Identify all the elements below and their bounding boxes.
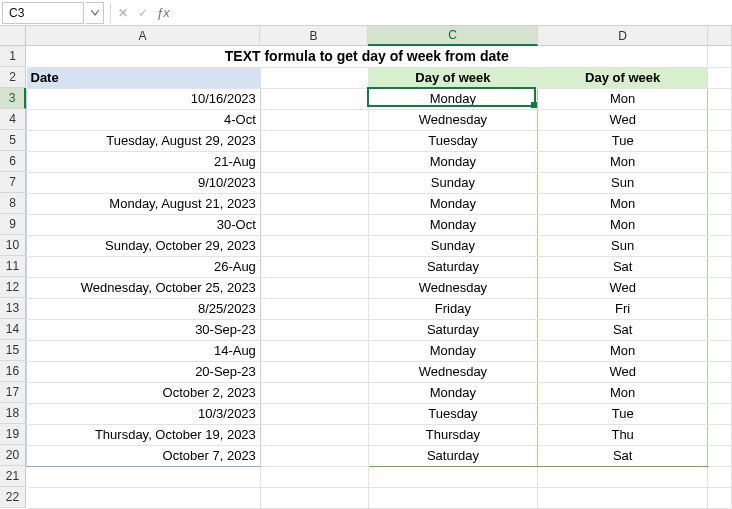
cell-D7[interactable]: Sun [538,172,708,193]
cell-A4[interactable]: 4-Oct [27,109,261,130]
insert-function-button[interactable]: ƒx [153,5,173,20]
cell-C4[interactable]: Wednesday [368,109,538,130]
cell-D13[interactable]: Fri [538,298,708,319]
row-header-20[interactable]: 20 [0,445,26,466]
cell-A16[interactable]: 20-Sep-23 [27,361,261,382]
cell-C3[interactable]: Monday [368,88,538,109]
cell-B3[interactable] [260,88,368,109]
column-header-blank[interactable] [708,26,732,46]
cell-E2[interactable] [708,67,732,88]
column-header-A[interactable]: A [26,26,260,46]
cell-D9[interactable]: Mon [538,214,708,235]
enter-formula-button[interactable]: ✓ [133,6,153,20]
cell-B11[interactable] [260,256,368,277]
cell-E3[interactable] [708,88,732,109]
cell-D5[interactable]: Tue [538,130,708,151]
cell-E11[interactable] [708,256,732,277]
cell-C7[interactable]: Sunday [368,172,538,193]
cell-C12[interactable]: Wednesday [368,277,538,298]
select-all-corner[interactable] [0,26,26,46]
cell-E21[interactable] [708,466,732,487]
cell-A5[interactable]: Tuesday, August 29, 2023 [27,130,261,151]
cell-C16[interactable]: Wednesday [368,361,538,382]
cell-D12[interactable]: Wed [538,277,708,298]
cell-D18[interactable]: Tue [538,403,708,424]
row-header-7[interactable]: 7 [0,172,26,193]
cell-A6[interactable]: 21-Aug [27,151,261,172]
cell-C20[interactable]: Saturday [368,445,538,466]
cell-A18[interactable]: 10/3/2023 [27,403,261,424]
cell-D22[interactable] [538,487,708,508]
cell-E12[interactable] [708,277,732,298]
cell-B2[interactable] [260,67,368,88]
cell-E22[interactable] [708,487,732,508]
cell-A15[interactable]: 14-Aug [27,340,261,361]
row-header-4[interactable]: 4 [0,109,26,130]
row-header-19[interactable]: 19 [0,424,26,445]
cell-D10[interactable]: Sun [538,235,708,256]
cell-A13[interactable]: 8/25/2023 [27,298,261,319]
column-header-D[interactable]: D [538,26,708,46]
formula-input[interactable]: =TEXT(A3, "dddd") =TEXT(A3, "ddd") [173,2,732,24]
row-header-6[interactable]: 6 [0,151,26,172]
cells-area[interactable]: TEXT formula to get day of week from dat… [26,46,732,509]
cell-D17[interactable]: Mon [538,382,708,403]
header-dayofweek-full[interactable]: Day of week [368,67,538,88]
header-dayofweek-abbrev[interactable]: Day of week [538,67,708,88]
column-header-C[interactable]: C [368,26,538,46]
cell-A3[interactable]: 10/16/2023 [27,88,261,109]
cell-A20[interactable]: October 7, 2023 [27,445,261,466]
cell-E6[interactable] [708,151,732,172]
cell-C15[interactable]: Monday [368,340,538,361]
cell-C22[interactable] [368,487,538,508]
cell-E20[interactable] [708,445,732,466]
cell-B19[interactable] [260,424,368,445]
cell-E13[interactable] [708,298,732,319]
cell-E5[interactable] [708,130,732,151]
cell-B12[interactable] [260,277,368,298]
row-header-18[interactable]: 18 [0,403,26,424]
title-cell[interactable]: TEXT formula to get day of week from dat… [27,46,708,67]
row-header-9[interactable]: 9 [0,214,26,235]
row-header-21[interactable]: 21 [0,466,26,487]
cell-C13[interactable]: Friday [368,298,538,319]
cell-C10[interactable]: Sunday [368,235,538,256]
cell-D4[interactable]: Wed [538,109,708,130]
cell-B14[interactable] [260,319,368,340]
cell-B4[interactable] [260,109,368,130]
cell-E9[interactable] [708,214,732,235]
cell-B21[interactable] [260,466,368,487]
cell-D6[interactable]: Mon [538,151,708,172]
cell-C6[interactable]: Monday [368,151,538,172]
row-header-16[interactable]: 16 [0,361,26,382]
cell-E19[interactable] [708,424,732,445]
cell-D19[interactable]: Thu [538,424,708,445]
name-box[interactable]: C3 [2,2,84,24]
cell-D3[interactable]: Mon [538,88,708,109]
cell-D15[interactable]: Mon [538,340,708,361]
row-header-13[interactable]: 13 [0,298,26,319]
cell-B15[interactable] [260,340,368,361]
cell-A9[interactable]: 30-Oct [27,214,261,235]
cell-E8[interactable] [708,193,732,214]
cell-D8[interactable]: Mon [538,193,708,214]
cancel-formula-button[interactable]: ✕ [113,6,133,20]
column-header-B[interactable]: B [260,26,368,46]
cell-E10[interactable] [708,235,732,256]
cell-C21[interactable] [368,466,538,487]
row-header-14[interactable]: 14 [0,319,26,340]
cell-D20[interactable]: Sat [538,445,708,466]
cell-A14[interactable]: 30-Sep-23 [27,319,261,340]
name-box-dropdown[interactable] [86,2,104,24]
cell-B20[interactable] [260,445,368,466]
cell-C17[interactable]: Monday [368,382,538,403]
cell-B9[interactable] [260,214,368,235]
row-header-10[interactable]: 10 [0,235,26,256]
cell-C11[interactable]: Saturday [368,256,538,277]
cell-A10[interactable]: Sunday, October 29, 2023 [27,235,261,256]
row-header-1[interactable]: 1 [0,46,26,67]
cell-B18[interactable] [260,403,368,424]
cell-E7[interactable] [708,172,732,193]
cell-E18[interactable] [708,403,732,424]
cell-E15[interactable] [708,340,732,361]
